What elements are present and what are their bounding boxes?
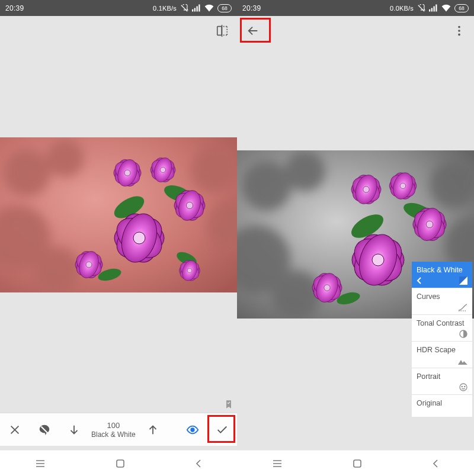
apply-button[interactable] [207, 413, 237, 446]
app-bar [237, 16, 474, 46]
fx-item-portrait[interactable]: Portrait [412, 368, 472, 395]
adjust-value: 100 Black & White [89, 421, 138, 439]
fx-item-label: Tonal Contrast [417, 319, 465, 327]
svg-point-112 [465, 386, 465, 387]
compare-icon[interactable] [207, 16, 237, 46]
contrast-square-icon [459, 276, 467, 285]
fx-item-hdr-scape[interactable]: HDR Scape [412, 342, 472, 368]
nav-back-button[interactable] [195, 459, 202, 468]
battery-icon: 68 [454, 4, 469, 12]
value-up-button[interactable] [138, 413, 168, 446]
wifi-icon [441, 4, 451, 12]
svg-point-6 [3, 149, 50, 197]
svg-point-101 [324, 285, 330, 291]
svg-point-95 [426, 221, 433, 228]
effects-panel: Black & White Curves Tonal Contrast [412, 262, 472, 417]
nav-home-button[interactable] [116, 459, 125, 468]
status-bar: 20:39 0.1KB/s 68 [0, 0, 237, 16]
android-nav-bar [0, 450, 237, 476]
signal-icon [429, 4, 438, 12]
bookmark-icon[interactable] [224, 399, 233, 412]
fx-item-label: Original [417, 399, 442, 407]
svg-point-110 [460, 384, 467, 391]
mask-brush-button[interactable] [30, 413, 59, 446]
svg-point-111 [462, 386, 462, 387]
svg-point-10 [191, 147, 236, 192]
adjust-value-number: 100 [91, 421, 136, 430]
fx-item-tonal-contrast[interactable]: Tonal Contrast [412, 315, 472, 342]
svg-point-33 [161, 168, 166, 173]
svg-point-89 [400, 183, 405, 188]
status-icons: 0.1KB/s 68 [153, 4, 232, 12]
nav-home-button[interactable] [353, 459, 362, 468]
status-bar: 20:39 0.0KB/s 68 [237, 0, 474, 16]
close-button[interactable] [0, 413, 30, 446]
dnd-icon [180, 4, 188, 12]
preview-button[interactable] [178, 413, 207, 446]
svg-point-51 [187, 268, 192, 273]
status-net-speed: 0.1KB/s [153, 5, 177, 12]
mountains-icon [458, 358, 467, 365]
android-nav-bar [237, 450, 474, 476]
nav-back-button[interactable] [432, 459, 439, 468]
svg-rect-54 [429, 9, 430, 12]
value-down-button[interactable] [59, 413, 89, 446]
svg-point-21 [133, 232, 145, 244]
fx-item-label: Portrait [417, 372, 440, 381]
svg-point-58 [458, 26, 460, 28]
status-time: 20:39 [5, 4, 24, 12]
svg-point-45 [86, 262, 92, 268]
svg-point-27 [124, 170, 130, 176]
action-bar: 100 Black & White [0, 413, 237, 446]
svg-rect-2 [197, 7, 198, 12]
battery-icon: 68 [217, 4, 232, 12]
svg-point-59 [458, 30, 460, 32]
screen-left: 20:39 0.1KB/s 68 [0, 0, 237, 476]
half-circle-icon [459, 330, 467, 338]
back-button[interactable] [238, 16, 268, 46]
fx-item-black-white[interactable]: Black & White [412, 262, 472, 288]
curves-icon [458, 303, 467, 311]
svg-rect-113 [354, 460, 361, 467]
nav-recent-button[interactable] [35, 459, 46, 468]
overflow-menu-button[interactable] [444, 16, 474, 46]
svg-rect-4 [217, 27, 222, 36]
svg-rect-3 [198, 5, 200, 12]
adjust-value-label: Black & White [91, 430, 136, 439]
fx-item-label: HDR Scape [417, 346, 456, 354]
signal-icon [192, 4, 201, 12]
svg-point-83 [363, 186, 369, 192]
svg-point-7 [46, 139, 84, 177]
svg-rect-56 [434, 7, 435, 12]
status-net-speed: 0.0KB/s [390, 5, 414, 12]
svg-point-9 [33, 247, 80, 292]
svg-rect-55 [431, 8, 433, 12]
svg-rect-53 [117, 460, 124, 467]
svg-point-65 [271, 271, 321, 319]
svg-rect-1 [194, 8, 196, 12]
face-icon [459, 383, 467, 391]
photo-canvas[interactable] [0, 137, 237, 292]
chevron-left-icon [417, 277, 422, 284]
svg-rect-0 [192, 9, 193, 12]
fx-item-label: Curves [417, 292, 440, 301]
fx-item-curves[interactable]: Curves [412, 288, 472, 315]
svg-point-77 [372, 254, 384, 266]
fx-item-label: Black & White [417, 266, 463, 274]
svg-rect-57 [435, 5, 437, 12]
status-icons: 0.0KB/s 68 [390, 4, 469, 12]
dnd-icon [417, 4, 425, 12]
svg-point-39 [186, 202, 193, 208]
status-time: 20:39 [242, 4, 261, 12]
fx-item-original[interactable]: Original [412, 395, 472, 417]
svg-point-62 [242, 161, 292, 211]
screen-right: 20:39 0.0KB/s 68 [237, 0, 474, 476]
app-bar [0, 16, 237, 46]
svg-point-52 [191, 428, 194, 432]
svg-point-60 [458, 34, 460, 36]
svg-point-63 [285, 151, 325, 191]
wifi-icon [204, 4, 214, 12]
nav-recent-button[interactable] [272, 459, 283, 468]
